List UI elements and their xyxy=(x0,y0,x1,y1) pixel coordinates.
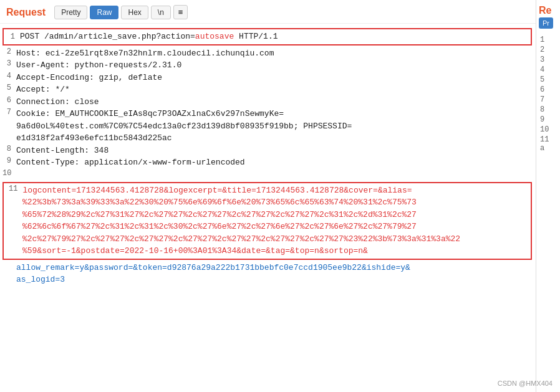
tab-pretty[interactable]: Pretty xyxy=(54,6,87,19)
line-7b: e1d318f2af493e6efc11bc5843d225ac xyxy=(0,132,536,145)
action-value: autosave xyxy=(195,32,234,41)
line-7a-content: 9a6d0oL%40test.com%7C0%7C54edc13a0cf23d1… xyxy=(16,120,533,133)
right-line-11: 11 a xyxy=(538,135,559,153)
right-panel-header: Re Pr xyxy=(536,0,560,32)
line-num-6: 6 xyxy=(2,96,16,105)
body-line-5: %2c%27%79%27%2c%27%27%2c%27%27%2c%27%27%… xyxy=(6,233,528,246)
tab-newline[interactable]: \n xyxy=(151,6,171,19)
watermark: CSDN @HMX404 xyxy=(498,380,553,387)
post-line-content: POST /admin/article_save.php?action=auto… xyxy=(20,31,528,43)
right-line-4: 4 xyxy=(538,65,559,75)
line-8: 8 Content-Length: 348 xyxy=(0,145,536,157)
body-line-4: %62%6c%6f%67%27%2c%31%2c%31%2c%30%2c%27%… xyxy=(6,221,528,233)
body-line-1-content: logcontent=1713244563.4128728&logexcerpt… xyxy=(22,184,526,197)
right-tab-pr[interactable]: Pr xyxy=(539,17,553,29)
right-line-numbers: 1 2 3 4 5 6 7 8 9 10 11 a xyxy=(536,32,560,156)
body-continue-2-content: as_logid=3 xyxy=(16,274,533,286)
line-6: 6 Connection: close xyxy=(0,96,536,108)
line-6-content: Connection: close xyxy=(16,96,533,108)
right-line-8: 8 xyxy=(538,105,559,115)
line-4-content: Accept-Encoding: gzip, deflate xyxy=(16,72,533,84)
request-content: 1 POST /admin/article_save.php?action=au… xyxy=(0,24,536,392)
line-9-content: Content-Type: application/x-www-form-url… xyxy=(16,156,533,169)
line-num-10: 10 xyxy=(2,169,16,178)
line-num-2: 2 xyxy=(2,47,16,56)
line-2: 2 Host: eci-2ze5lrqt8xe7n32hnlrm.cloudec… xyxy=(0,47,536,60)
tab-hex[interactable]: Hex xyxy=(121,6,148,19)
line-5-content: Accept: */* xyxy=(16,84,533,96)
body-line-1: 11 logcontent=1713244563.4128728&logexce… xyxy=(6,184,528,197)
line-7: 7 Cookie: EM_AUTHCOOKIE_eIAs8qc7P3OAZxln… xyxy=(0,108,536,120)
line-num-11: 11 xyxy=(9,184,22,193)
body-line-6-content: %59&sort=-1&postdate=2022-10-16+00%3A01%… xyxy=(22,245,526,257)
line-7-content: Cookie: EM_AUTHCOOKIE_eIAs8qc7P3OAZxlnaC… xyxy=(16,108,533,120)
body-continue-1: allow_remark=y&password=&token=d92876a29… xyxy=(0,262,536,274)
right-line-5: 5 xyxy=(538,75,559,85)
body-line-4-content: %62%6c%6f%67%27%2c%31%2c%31%2c%30%2c%27%… xyxy=(22,221,526,233)
left-panel: Request Pretty Raw Hex \n ≡ 1 POST /admi… xyxy=(0,0,536,392)
right-line-6: 6 xyxy=(538,85,559,95)
line-num-9: 9 xyxy=(2,156,16,165)
body-line-5-content: %2c%27%79%27%2c%27%27%2c%27%27%2c%27%27%… xyxy=(22,233,526,246)
body-line-6: %59&sort=-1&postdate=2022-10-16+00%3A01%… xyxy=(6,245,528,257)
line-num-8: 8 xyxy=(2,145,16,153)
line-2-content: Host: eci-2ze5lrqt8xe7n32hnlrm.cloudecil… xyxy=(16,47,533,60)
body-continue-1-content: allow_remark=y&password=&token=d92876a29… xyxy=(16,262,533,274)
line-9: 9 Content-Type: application/x-www-form-u… xyxy=(0,156,536,169)
line-7a: 9a6d0oL%40test.com%7C0%7C54edc13a0cf23d1… xyxy=(0,120,536,133)
line-7b-content: e1d318f2af493e6efc11bc5843d225ac xyxy=(16,132,533,145)
menu-button[interactable]: ≡ xyxy=(173,5,188,19)
line-10: 10 xyxy=(0,169,536,180)
body-line-2: %22%3b%73%3a%39%33%3a%22%30%20%75%6e%69%… xyxy=(6,196,528,209)
right-line-1: 1 xyxy=(538,35,559,45)
right-line-10: 10 xyxy=(538,125,559,135)
left-panel-header: Request Pretty Raw Hex \n ≡ xyxy=(0,0,536,24)
body-line-3: %65%72%28%29%2c%27%31%27%2c%27%27%2c%27%… xyxy=(6,209,528,221)
right-line-3: 3 xyxy=(538,55,559,65)
line-num-5: 5 xyxy=(2,84,16,92)
line-3: 3 User-Agent: python-requests/2.31.0 xyxy=(0,59,536,72)
body-line-3-content: %65%72%28%29%2c%27%31%27%2c%27%27%2c%27%… xyxy=(22,209,526,221)
post-line-block: 1 POST /admin/article_save.php?action=au… xyxy=(2,28,532,45)
right-panel-title: Re xyxy=(539,5,558,16)
body-continue-2: as_logid=3 xyxy=(0,274,536,286)
line-3-content: User-Agent: python-requests/2.31.0 xyxy=(16,59,533,72)
left-panel-title: Request xyxy=(6,7,46,18)
post-body-block: 11 logcontent=1713244563.4128728&logexce… xyxy=(2,182,532,260)
line-num-1: 1 xyxy=(6,32,20,41)
line-4: 4 Accept-Encoding: gzip, deflate xyxy=(0,72,536,84)
right-line-9: 9 xyxy=(538,115,559,125)
line-num-7: 7 xyxy=(2,108,16,117)
line-num-3: 3 xyxy=(2,59,16,68)
line-num-4: 4 xyxy=(2,72,16,80)
line-8-content: Content-Length: 348 xyxy=(16,145,533,157)
right-line-7: 7 xyxy=(538,95,559,105)
body-line-2-content: %22%3b%73%3a%39%33%3a%22%30%20%75%6e%69%… xyxy=(22,196,526,209)
line-5: 5 Accept: */* xyxy=(0,84,536,96)
tab-raw[interactable]: Raw xyxy=(90,6,118,19)
right-line-2: 2 xyxy=(538,45,559,55)
right-panel: Re Pr 1 2 3 4 5 6 7 8 9 10 11 a xyxy=(536,0,560,392)
